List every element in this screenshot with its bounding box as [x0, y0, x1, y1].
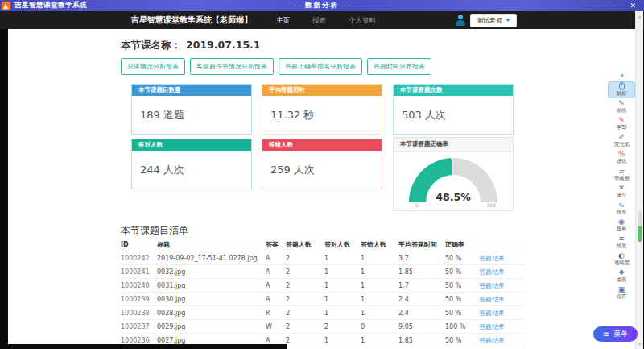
tool-line-style[interactable]: ∿线形: [608, 200, 635, 217]
user-menu-button[interactable]: 测试老师: [470, 14, 517, 27]
table-row: 10002370029.jpgW2209.05100 %答题结果: [121, 320, 525, 334]
nav-item-2[interactable]: 个人资料: [337, 11, 387, 29]
scrollbar-thumb[interactable]: [638, 211, 642, 242]
stat-card-correct-count: 答对人数 244 人次: [131, 139, 252, 189]
tool-label: 桌面: [617, 276, 627, 283]
table-cell: 50 %: [445, 310, 479, 317]
answer-result-link[interactable]: 答题结果: [479, 281, 525, 290]
tool-clear[interactable]: ✕清空: [608, 183, 635, 200]
scroll-down-icon[interactable]: ∨: [636, 341, 643, 346]
table-cell: 2: [286, 310, 324, 317]
answer-result-link[interactable]: 答题结果: [479, 336, 525, 345]
scroll-up-icon[interactable]: ∧: [636, 15, 643, 19]
stat-card-header: 平均答题用时: [262, 85, 382, 96]
table-cell: 0027.jpg: [157, 337, 266, 344]
toolbar-collapse-icon[interactable]: «: [617, 73, 626, 78]
table-cell: 2: [286, 268, 324, 276]
highlighter-icon: ✐: [618, 133, 625, 141]
table-cell: 1: [324, 282, 361, 289]
table-cell: 50 %: [445, 282, 479, 289]
table-header-cell: 标题: [157, 240, 266, 249]
tool-label: 线宽: [617, 243, 627, 249]
table-header-cell: 正确率: [445, 240, 479, 249]
table-cell: 1000238: [121, 310, 157, 317]
table-header-cell: 答对人数: [324, 240, 361, 249]
lesson-label: 本节课名称：: [121, 39, 181, 51]
nav-item-1[interactable]: 报表: [301, 11, 337, 29]
answer-result-link[interactable]: 答题结果: [479, 295, 525, 304]
tool-board-eraser[interactable]: ▱黑板擦: [608, 166, 635, 183]
minimize-button[interactable]: —: [609, 0, 617, 11]
page-scrollbar[interactable]: ∧ ∨: [635, 11, 643, 349]
tool-dashed-line[interactable]: %虚线: [608, 149, 635, 166]
table-header-cell: 答题人数: [286, 240, 324, 249]
table-cell: 1000240: [121, 282, 157, 289]
table-cell: 1: [324, 255, 361, 262]
table-cell: 2: [286, 282, 324, 289]
hamburger-icon: ≡: [603, 330, 609, 339]
report-button-3[interactable]: 答题时间分布报表: [367, 58, 431, 75]
table-cell: 1: [361, 310, 398, 317]
chevron-down-icon: [506, 19, 510, 22]
close-button[interactable]: ✕: [630, 0, 636, 11]
report-button-2[interactable]: 答题正确率排名分析报表: [279, 58, 362, 75]
app-window: { "titlebar": { "brand": "吉星智慧课堂教学系统", "…: [0, 0, 644, 349]
stat-card-value: 259 人次: [270, 163, 315, 177]
stat-card-value: 189 道题: [140, 108, 184, 123]
tool-desktop[interactable]: ❖桌面: [608, 268, 635, 285]
tool-label: 鼠标: [617, 90, 627, 97]
table-row: 10002380028.jpgR2112.450 %答题结果: [121, 306, 525, 320]
table-cell: 1: [324, 310, 361, 317]
navbar: 吉星智慧课堂教学系统【老师端】 主页报表个人资料 测试老师: [0, 11, 644, 29]
table-cell: 2: [324, 323, 361, 330]
table-row: 10002410032.jpgA2111.8550 %答题结果: [121, 265, 525, 279]
window-controls: — ✕: [609, 0, 644, 11]
tool-label: 画线: [617, 107, 627, 114]
table-cell: 0029.jpg: [157, 323, 266, 330]
user-avatar-icon: [456, 15, 465, 26]
answer-result-link[interactable]: 答题结果: [479, 322, 525, 331]
table-cell: 0032.jpg: [157, 268, 266, 276]
table-cell: 2.4: [398, 296, 445, 303]
stat-card-value: 503 人次: [402, 108, 446, 123]
dashed-line-icon: %: [618, 150, 625, 158]
report-button-1[interactable]: 客观题作答情况分析报表: [190, 58, 274, 75]
tool-opacity[interactable]: ◐透明度: [608, 251, 635, 268]
tool-mouse[interactable]: 鼠标: [608, 81, 635, 98]
menu-button[interactable]: ≡ 菜单: [593, 326, 638, 342]
table-row: 10002422019-09-02_17-51-41.0278.jpgA2113…: [121, 251, 525, 265]
gauge-max-label: 100: [487, 202, 496, 208]
stat-card-avg-time: 平均答题用时 11.32 秒: [262, 84, 382, 135]
window-bottom-edge: [0, 344, 287, 349]
table-cell: 1: [361, 282, 398, 289]
tool-highlighter[interactable]: ✐荧光笔: [608, 132, 635, 149]
answer-result-link[interactable]: 答题结果: [479, 254, 525, 263]
report-button-0[interactable]: 总体情况分析报表: [121, 58, 185, 75]
table-cell: 50 %: [445, 337, 479, 344]
tool-handwrite[interactable]: ✎手写: [608, 115, 635, 132]
answer-result-link[interactable]: 答题结果: [479, 309, 525, 318]
nav-item-0[interactable]: 主页: [265, 11, 301, 29]
table-cell: 9.05: [398, 323, 445, 330]
tool-line-width[interactable]: ≡线宽: [608, 234, 635, 251]
table-cell: 0: [361, 323, 398, 330]
table-cell: 1: [324, 296, 361, 303]
answer-result-link[interactable]: 答题结果: [479, 268, 525, 276]
report-buttons-row: 总体情况分析报表客观题作答情况分析报表答题正确率排名分析报表答题时间分布报表: [121, 58, 431, 75]
tool-draw-line[interactable]: ✎画线: [608, 98, 635, 115]
table-cell: 1: [361, 296, 398, 303]
lesson-title: 本节课名称：2019.07.15.1: [121, 39, 261, 52]
tool-label: 线形: [617, 209, 627, 215]
table-cell: 1: [324, 268, 361, 276]
title-deco-left-icon: ·—: [294, 2, 300, 8]
gauge-min-label: 0: [415, 202, 419, 208]
table-cell: A: [266, 337, 286, 344]
tool-save[interactable]: ▣保存: [608, 285, 635, 301]
tool-color[interactable]: ◉颜色: [608, 217, 635, 234]
table-cell: W: [266, 323, 286, 330]
question-table: ID标题答案答题人数答对人数答错人数平均答题时间正确率10002422019-0…: [121, 239, 525, 349]
clear-icon: ✕: [618, 184, 625, 192]
table-cell: 2.4: [398, 310, 445, 317]
table-cell: 1000239: [121, 296, 157, 303]
table-cell: 1: [324, 337, 361, 344]
